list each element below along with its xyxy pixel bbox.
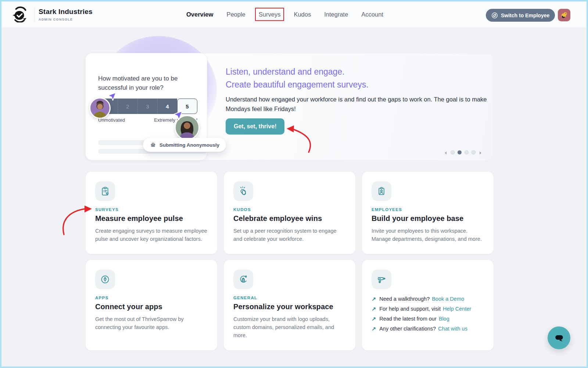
card-general: GENERAL Personalize your workspace Custo…: [223, 260, 356, 351]
hero-body-text: Understand how engaged your workforce is…: [226, 94, 487, 114]
card-eyebrow: EMPLOYEES: [372, 207, 484, 212]
scale-cell-3: 3: [138, 99, 158, 114]
north-east-arrow-icon: [372, 306, 376, 312]
north-east-arrow-icon: [372, 316, 376, 322]
hero-headline-line2: Create beautiful engagement surveys.: [226, 78, 369, 91]
card-description: Customize your brand with logo uploads, …: [233, 315, 346, 339]
card-title: Build your employee base: [372, 214, 484, 223]
carousel-next-icon[interactable]: [478, 150, 482, 155]
plug-icon: [95, 269, 115, 289]
nav-item-account[interactable]: Account: [361, 11, 383, 18]
card-description: Get the most out of ThriveSparrow by con…: [95, 315, 208, 331]
get-set-thrive-button[interactable]: Get, set, thrive!: [226, 118, 284, 135]
north-east-arrow-icon: [372, 296, 376, 302]
help-link-text: Need a walkthrough?: [379, 296, 430, 302]
card-help-resources: Need a walkthrough? Book a Demo For help…: [362, 260, 494, 351]
illustration-question: How motivated are you to be successful i…: [98, 74, 191, 92]
primary-nav: Overview People Surveys Kudos Integrate …: [186, 1, 383, 27]
card-title: Personalize your workspace: [233, 303, 346, 311]
nav-item-surveys[interactable]: Surveys: [259, 11, 281, 18]
card-apps: APPS Connect your apps Get the most out …: [85, 260, 218, 351]
help-center-link[interactable]: Help Center: [443, 306, 471, 312]
top-bar: Stark Industries ADMIN CONSOLE Overview …: [1, 1, 587, 27]
card-title: Connect your apps: [95, 303, 208, 311]
brand-divider: [35, 7, 35, 22]
anonymous-pill-label: Submitting Anonymously: [159, 142, 219, 148]
switch-arrows-icon: [491, 12, 498, 19]
switch-to-employee-button[interactable]: Switch to Employee: [486, 9, 555, 22]
incognito-icon: [150, 142, 157, 149]
card-description: Set up a peer recognition system to enga…: [233, 227, 346, 243]
chat-launcher-button[interactable]: [548, 326, 570, 349]
survey-illustration-card: How motivated are you to be successful i…: [85, 53, 207, 160]
card-eyebrow: SURVEYS: [95, 207, 208, 212]
carousel-dot-3[interactable]: [465, 150, 469, 154]
anonymous-pill: Submitting Anonymously: [143, 138, 226, 152]
help-link-text: For help and support, visit: [379, 306, 441, 312]
carousel-dot-1[interactable]: [451, 150, 455, 154]
id-badge-icon: [372, 181, 391, 201]
carousel-dot-4[interactable]: [472, 150, 476, 154]
nav-item-overview[interactable]: Overview: [186, 11, 213, 18]
nav-item-kudos[interactable]: Kudos: [294, 11, 311, 18]
card-eyebrow: GENERAL: [233, 296, 346, 300]
card-surveys: SURVEYS Measure employee pulse Create en…: [85, 171, 218, 254]
app-window: Stark Industries ADMIN CONSOLE Overview …: [0, 0, 588, 368]
blog-link[interactable]: Blog: [439, 316, 449, 322]
card-eyebrow: APPS: [95, 296, 208, 300]
card-eyebrow: KUDOS: [233, 207, 346, 212]
help-link-chat: Any other clarifications? Chat with us: [372, 326, 484, 332]
chat-bubble-icon: [553, 332, 565, 344]
card-description: Invite your employees to this workspace.…: [372, 227, 484, 243]
annotation-box-surveys: [255, 8, 284, 21]
switch-to-employee-label: Switch to Employee: [501, 12, 549, 18]
nav-item-people[interactable]: People: [226, 11, 245, 18]
brand-block: Stark Industries ADMIN CONSOLE: [39, 8, 93, 21]
sparrow-check-logo-icon: [12, 6, 29, 22]
help-links-list: Need a walkthrough? Book a Demo For help…: [372, 296, 484, 332]
nav-item-integrate[interactable]: Integrate: [324, 11, 348, 18]
console-subtitle: ADMIN CONSOLE: [39, 18, 93, 21]
north-east-arrow-icon: [372, 326, 376, 332]
hero-headline: Listen, understand and engage. Create be…: [226, 65, 369, 91]
drill-icon: [372, 269, 391, 289]
help-link-text: Any other clarifications?: [379, 326, 436, 332]
card-title: Measure employee pulse: [95, 214, 208, 223]
hero-carousel-controls: [444, 148, 482, 156]
card-description: Create engaging surveys to measure emplo…: [95, 227, 208, 243]
book-a-demo-link[interactable]: Book a Demo: [432, 296, 464, 302]
bird-avatar-icon: [560, 11, 569, 19]
clipboard-heart-icon: [95, 181, 115, 201]
cursor-pointer-icon: [172, 110, 184, 122]
cursor-pointer-icon: [106, 91, 117, 102]
clapping-hands-icon: [233, 181, 253, 201]
card-kudos: KUDOS Celebrate employee wins Set up a p…: [223, 171, 356, 254]
hero-headline-line1: Listen, understand and engage.: [226, 65, 369, 78]
carousel-dot-2-active[interactable]: [458, 150, 462, 154]
carousel-prev-icon[interactable]: [444, 150, 448, 155]
help-link-demo: Need a walkthrough? Book a Demo: [372, 296, 484, 302]
spray-paint-icon: [233, 269, 253, 289]
card-employees: EMPLOYEES Build your employee base Invit…: [362, 171, 494, 254]
chat-with-us-link[interactable]: Chat with us: [438, 326, 467, 332]
help-link-text: Read the latest from our: [379, 316, 437, 322]
card-title: Celebrate employee wins: [233, 214, 346, 223]
help-link-help-center: For help and support, visit Help Center: [372, 306, 484, 312]
scale-cell-2: 2: [118, 99, 138, 114]
help-link-blog: Read the latest from our Blog: [372, 316, 484, 322]
user-avatar[interactable]: [558, 9, 570, 21]
workspace-name: Stark Industries: [39, 8, 93, 16]
